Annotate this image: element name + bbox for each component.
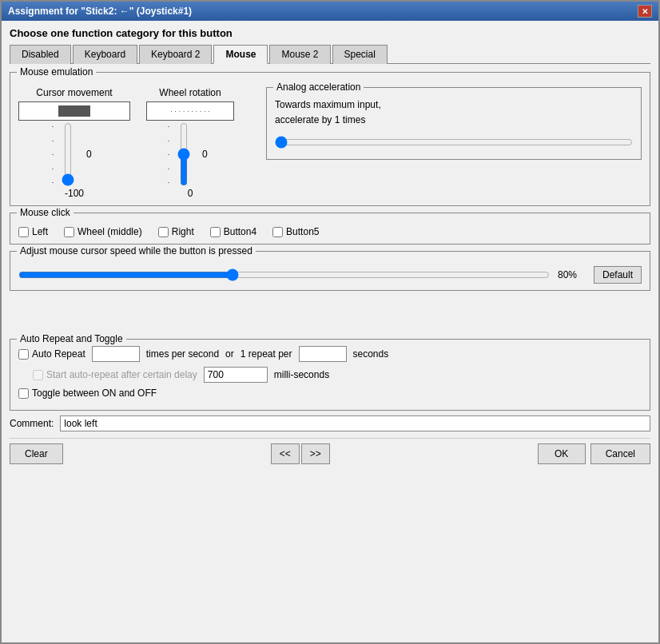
mouse-click-row: Left Wheel (middle) Right Button4 bbox=[18, 220, 642, 237]
window-body: Choose one function category for this bu… bbox=[2, 21, 658, 642]
delay-input[interactable] bbox=[204, 367, 268, 383]
start-delay-checkbox[interactable] bbox=[33, 370, 43, 380]
analog-accel-text: Towards maximum input, accelerate by 1 t… bbox=[275, 97, 633, 128]
close-button[interactable]: ✕ bbox=[638, 5, 652, 18]
analog-accel-line2: accelerate by 1 times bbox=[275, 113, 633, 128]
tab-content: Mouse emulation Cursor movement · · · bbox=[10, 64, 650, 636]
toggle-row: Toggle between ON and OFF bbox=[18, 388, 642, 399]
mouse-speed-default-button[interactable]: Default bbox=[594, 266, 642, 284]
wheel-vticks: · · · · · bbox=[168, 122, 172, 186]
cursor-movement-slider[interactable] bbox=[60, 122, 76, 186]
tick: · bbox=[52, 122, 54, 130]
cursor-bar bbox=[58, 105, 90, 117]
click-button4-item: Button4 bbox=[210, 226, 256, 237]
nav-group: << >> bbox=[271, 443, 330, 464]
cursor-movement-value: 0 bbox=[81, 149, 97, 160]
start-delay-row: Start auto-repeat after certain delay mi… bbox=[18, 367, 642, 383]
tick: · bbox=[168, 122, 170, 130]
toggle-checkbox[interactable] bbox=[18, 388, 29, 399]
next-button[interactable]: >> bbox=[301, 443, 330, 464]
close-icon: ✕ bbox=[642, 7, 648, 16]
times-per-second-label: times per second bbox=[146, 348, 219, 360]
tab-keyboard2[interactable]: Keyboard 2 bbox=[139, 45, 212, 64]
auto-repeat-label: Auto Repeat bbox=[32, 348, 85, 360]
cancel-button[interactable]: Cancel bbox=[590, 443, 650, 464]
click-left-checkbox[interactable] bbox=[18, 227, 29, 237]
click-right-checkbox[interactable] bbox=[158, 227, 169, 237]
dot: · bbox=[196, 108, 197, 115]
auto-repeat-group: Auto Repeat and Toggle Auto Repeat times… bbox=[10, 339, 650, 411]
prev-button[interactable]: << bbox=[271, 443, 300, 464]
analog-accel-box: Analog acceleration Towards maximum inpu… bbox=[266, 87, 642, 160]
cursor-movement-bottom-value: -100 bbox=[65, 188, 84, 199]
click-right-label: Right bbox=[172, 226, 194, 237]
analog-accel-slider[interactable] bbox=[275, 134, 633, 150]
empty-region bbox=[10, 291, 650, 331]
dot: · bbox=[170, 108, 172, 115]
main-window: Assignment for "Stick2: ←" (Joystick#1) … bbox=[0, 0, 660, 644]
window-title: Assignment for "Stick2: ←" (Joystick#1) bbox=[8, 6, 192, 17]
auto-repeat-row: Auto Repeat times per second or 1 repeat… bbox=[18, 346, 642, 362]
tab-keyboard[interactable]: Keyboard bbox=[73, 45, 137, 64]
dots: · · · · · · · · · · bbox=[170, 108, 209, 115]
dot: · bbox=[179, 108, 181, 115]
auto-repeat-item: Auto Repeat bbox=[18, 348, 85, 360]
cursor-movement-section: Cursor movement · · · · · bbox=[18, 87, 130, 199]
milli-seconds-label: milli-seconds bbox=[274, 369, 329, 380]
start-delay-item: Start auto-repeat after certain delay bbox=[33, 369, 197, 380]
tab-disabled[interactable]: Disabled bbox=[10, 45, 71, 64]
dot: · bbox=[208, 108, 209, 115]
click-left-item: Left bbox=[18, 226, 48, 237]
cursor-movement-label: Cursor movement bbox=[36, 87, 112, 98]
toggle-item: Toggle between ON and OFF bbox=[18, 388, 157, 399]
mouse-speed-slider[interactable] bbox=[18, 267, 550, 283]
mouse-click-label: Mouse click bbox=[17, 207, 74, 218]
click-wheel-label: Wheel (middle) bbox=[78, 226, 142, 237]
dot: · bbox=[192, 108, 193, 115]
bottom-buttons: Clear << >> OK Cancel bbox=[10, 438, 650, 464]
mouse-emulation-content: Cursor movement · · · · · bbox=[18, 79, 642, 199]
mouse-emulation-group: Mouse emulation Cursor movement · · · bbox=[10, 72, 650, 206]
wheel-rotation-slider[interactable] bbox=[176, 122, 192, 186]
mouse-click-group: Mouse click Left Wheel (middle) Right bbox=[10, 213, 650, 244]
dot: · bbox=[175, 108, 177, 115]
auto-repeat-checkbox[interactable] bbox=[18, 349, 29, 360]
auto-repeat-group-label: Auto Repeat and Toggle bbox=[17, 333, 126, 344]
mouse-speed-value: 80% bbox=[558, 269, 586, 280]
click-wheel-checkbox[interactable] bbox=[64, 227, 74, 237]
seconds-label: seconds bbox=[353, 348, 389, 360]
click-wheel-item: Wheel (middle) bbox=[64, 226, 142, 237]
toggle-label: Toggle between ON and OFF bbox=[32, 388, 157, 399]
comment-input[interactable] bbox=[60, 415, 650, 431]
tick: · bbox=[168, 165, 170, 173]
mouse-speed-label: Adjust mouse cursor speed while the butt… bbox=[17, 245, 256, 256]
mouse-speed-group: Adjust mouse cursor speed while the butt… bbox=[10, 251, 650, 291]
or-label: or bbox=[225, 348, 234, 360]
click-left-label: Left bbox=[32, 226, 48, 237]
click-button5-checkbox[interactable] bbox=[272, 227, 283, 237]
clear-button[interactable]: Clear bbox=[10, 443, 63, 464]
dot: · bbox=[183, 108, 185, 115]
tab-mouse2[interactable]: Mouse 2 bbox=[269, 45, 330, 64]
tick: · bbox=[52, 137, 54, 145]
tick: · bbox=[168, 137, 170, 145]
analog-accel-label: Analog acceleration bbox=[273, 81, 364, 93]
analog-accel-line1: Towards maximum input, bbox=[275, 97, 633, 113]
wheel-rotation-value: 0 bbox=[197, 149, 213, 160]
dot: · bbox=[204, 108, 205, 115]
tab-special[interactable]: Special bbox=[332, 45, 388, 64]
speed-row: 80% Default bbox=[18, 258, 642, 284]
ok-button[interactable]: OK bbox=[538, 443, 586, 464]
tab-bar: Disabled Keyboard Keyboard 2 Mouse Mouse… bbox=[10, 44, 650, 64]
tick: · bbox=[52, 150, 54, 158]
wheel-rotation-bottom-value: 0 bbox=[188, 188, 193, 199]
mouse-emulation-label: Mouse emulation bbox=[17, 66, 96, 78]
section-title: Choose one function category for this bu… bbox=[10, 27, 650, 39]
cursor-movement-display bbox=[18, 101, 130, 121]
times-per-second-input[interactable] bbox=[92, 346, 140, 362]
tab-mouse[interactable]: Mouse bbox=[213, 45, 268, 64]
click-button4-checkbox[interactable] bbox=[210, 227, 221, 237]
dot: · bbox=[200, 108, 201, 115]
seconds-input[interactable] bbox=[299, 346, 347, 362]
cursor-vertical-slider-row: · · · · · 0 bbox=[52, 122, 97, 186]
